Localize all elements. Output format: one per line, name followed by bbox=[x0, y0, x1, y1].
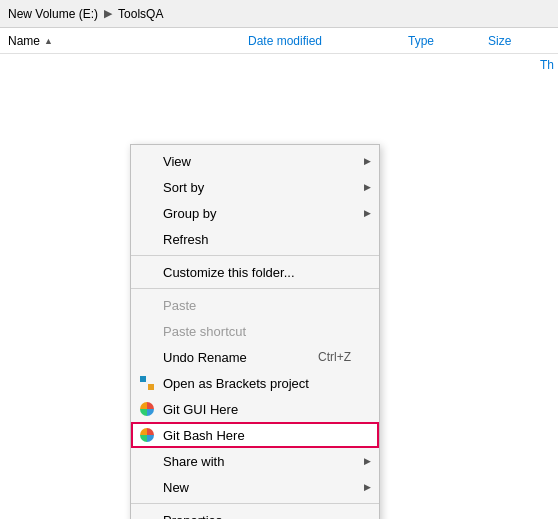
menu-item-properties[interactable]: Properties bbox=[131, 507, 379, 519]
menu-item-refresh[interactable]: Refresh bbox=[131, 226, 379, 252]
menu-separator-1 bbox=[131, 255, 379, 256]
brackets-icon bbox=[139, 375, 155, 391]
col-type-header[interactable]: Type bbox=[408, 34, 488, 48]
breadcrumb-part2[interactable]: ToolsQA bbox=[118, 7, 163, 21]
file-list-area: Th View Sort by Group by Refresh Customi… bbox=[0, 54, 558, 519]
col-date-header[interactable]: Date modified bbox=[248, 34, 408, 48]
menu-item-sort-by[interactable]: Sort by bbox=[131, 174, 379, 200]
menu-item-share-with[interactable]: Share with bbox=[131, 448, 379, 474]
menu-item-paste[interactable]: Paste bbox=[131, 292, 379, 318]
menu-item-customize[interactable]: Customize this folder... bbox=[131, 259, 379, 285]
col-size-header[interactable]: Size bbox=[488, 34, 511, 48]
git-gui-icon bbox=[139, 401, 155, 417]
breadcrumb-arrow1: ▶ bbox=[104, 7, 112, 20]
menu-item-open-brackets[interactable]: Open as Brackets project bbox=[131, 370, 379, 396]
context-menu: View Sort by Group by Refresh Customize … bbox=[130, 144, 380, 519]
breadcrumb-part1[interactable]: New Volume (E:) bbox=[8, 7, 98, 21]
sort-arrow-icon: ▲ bbox=[44, 36, 53, 46]
partial-column-label: Th bbox=[540, 58, 554, 72]
col-name-header[interactable]: Name ▲ bbox=[8, 34, 208, 48]
menu-item-view[interactable]: View bbox=[131, 148, 379, 174]
menu-item-git-bash[interactable]: Git Bash Here bbox=[131, 422, 379, 448]
breadcrumb-bar: New Volume (E:) ▶ ToolsQA bbox=[0, 0, 558, 28]
shortcut-ctrl-z: Ctrl+Z bbox=[318, 350, 371, 364]
menu-item-paste-shortcut[interactable]: Paste shortcut bbox=[131, 318, 379, 344]
git-bash-icon bbox=[139, 427, 155, 443]
menu-item-group-by[interactable]: Group by bbox=[131, 200, 379, 226]
menu-item-git-gui[interactable]: Git GUI Here bbox=[131, 396, 379, 422]
menu-item-new[interactable]: New bbox=[131, 474, 379, 500]
menu-item-undo-rename[interactable]: Undo Rename Ctrl+Z bbox=[131, 344, 379, 370]
menu-separator-3 bbox=[131, 503, 379, 504]
column-headers: Name ▲ Date modified Type Size bbox=[0, 28, 558, 54]
menu-separator-2 bbox=[131, 288, 379, 289]
